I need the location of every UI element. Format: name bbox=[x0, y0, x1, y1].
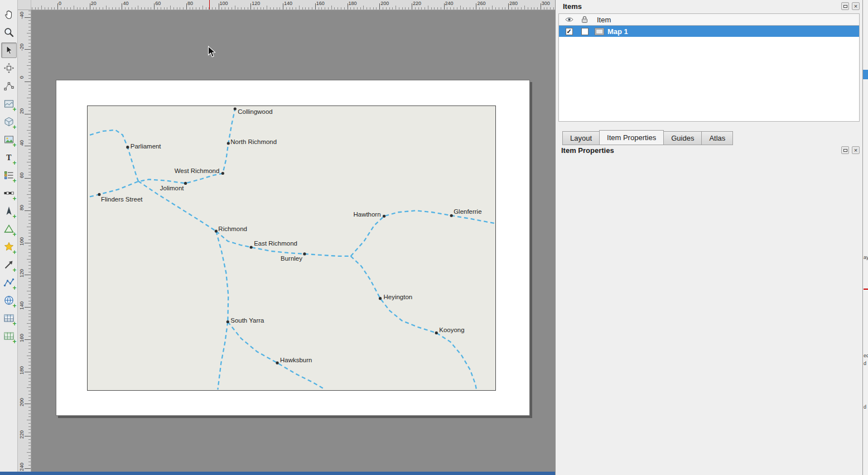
station-label-parliament: Parliament bbox=[131, 143, 162, 150]
add-fixed-table-tool[interactable]: + bbox=[1, 328, 17, 344]
station-dot-parliament bbox=[126, 146, 129, 148]
item-properties-float-button[interactable] bbox=[841, 146, 849, 154]
plus-badge-icon: + bbox=[12, 231, 16, 238]
tab-guides[interactable]: Guides bbox=[664, 131, 701, 145]
items-list-row-map1[interactable]: ✓ Map 1 bbox=[559, 26, 859, 37]
item-column-header: Item bbox=[597, 16, 611, 24]
lock-checkbox[interactable] bbox=[581, 28, 589, 35]
plus-badge-icon: + bbox=[12, 285, 16, 291]
ruler-number: 60 bbox=[19, 172, 25, 178]
station-label-east-richmond: East Richmond bbox=[254, 240, 297, 247]
clipped-selection-fragment bbox=[863, 70, 868, 79]
add-html-tool[interactable]: + bbox=[1, 292, 17, 308]
railway-map-svg: CollingwoodNorth RichmondParliamentWest … bbox=[88, 106, 495, 390]
plus-badge-icon: + bbox=[12, 177, 16, 184]
add-arrow-tool[interactable]: + bbox=[1, 257, 17, 272]
clipped-text-fragment: d bbox=[864, 361, 866, 366]
station-label-jolimont: Jolimont bbox=[160, 185, 184, 191]
clipped-text-fragment: ed bbox=[864, 353, 868, 358]
ruler-cursor-marker bbox=[209, 0, 210, 9]
add-node-item-tool[interactable]: + bbox=[1, 275, 17, 290]
station-dot-east-richmond bbox=[250, 246, 253, 248]
add-legend-tool[interactable]: + bbox=[1, 167, 17, 183]
add-north-arrow-tool[interactable]: + bbox=[1, 203, 17, 219]
station-label-burnley: Burnley bbox=[281, 255, 302, 262]
station-label-richmond: Richmond bbox=[218, 225, 247, 232]
plus-badge-icon: + bbox=[12, 249, 16, 256]
rail-line-2 bbox=[90, 130, 138, 181]
horizontal-ruler[interactable]: 0204060801001201401601802002202402602803… bbox=[31, 0, 555, 10]
items-panel-window-buttons: × bbox=[841, 2, 860, 10]
station-label-hawksburn: Hawksburn bbox=[280, 357, 312, 363]
clipped-right-panel: ayeddd bbox=[862, 0, 868, 475]
add-shape-tool[interactable]: + bbox=[1, 221, 17, 237]
tab-item-properties[interactable]: Item Properties bbox=[599, 130, 664, 145]
ruler-number: 0 bbox=[19, 76, 25, 79]
move-item-content-tool[interactable] bbox=[1, 60, 17, 76]
select-move-item-tool[interactable] bbox=[1, 42, 17, 58]
station-label-west-richmond: West Richmond bbox=[175, 167, 220, 174]
add-label-tool[interactable]: T+ bbox=[1, 150, 17, 165]
map-item[interactable]: CollingwoodNorth RichmondParliamentWest … bbox=[87, 105, 496, 391]
station-dot-richmond bbox=[215, 230, 218, 233]
ruler-number: 80 bbox=[19, 205, 25, 210]
tab-atlas[interactable]: Atlas bbox=[701, 131, 733, 145]
ruler-number: 240 bbox=[19, 463, 25, 471]
add-scalebar-tool[interactable]: + bbox=[1, 185, 17, 201]
right-dock: Items × Item bbox=[555, 0, 862, 475]
dock-tabbar: LayoutItem PropertiesGuidesAtlas bbox=[562, 130, 733, 145]
visibility-checkbox[interactable]: ✓ bbox=[566, 28, 573, 35]
ruler-number: 0 bbox=[59, 1, 61, 6]
ruler-number: 160 bbox=[19, 334, 25, 342]
ruler-number: 200 bbox=[19, 398, 25, 406]
layout-canvas[interactable]: CollingwoodNorth RichmondParliamentWest … bbox=[31, 10, 555, 472]
station-dot-kooyong bbox=[435, 332, 438, 334]
add-picture-tool[interactable]: + bbox=[1, 132, 17, 147]
visibility-cell: ✓ bbox=[561, 28, 577, 35]
station-dot-burnley bbox=[303, 252, 306, 255]
item-properties-close-button[interactable]: × bbox=[852, 146, 860, 154]
items-list[interactable]: ✓ Map 1 bbox=[558, 26, 860, 122]
ruler-number: 100 bbox=[19, 237, 25, 246]
rail-line-6 bbox=[351, 256, 476, 390]
add-attribute-table-tool[interactable]: + bbox=[1, 310, 17, 326]
clipped-red-mark bbox=[864, 289, 868, 290]
items-list-header: Item bbox=[558, 13, 860, 26]
station-dot-glenferrie bbox=[450, 214, 453, 217]
vertical-ruler[interactable]: -40-20020406080100120140160180200220240 bbox=[18, 10, 31, 472]
ruler-number: 180 bbox=[19, 366, 25, 375]
rail-line-1 bbox=[90, 109, 235, 196]
bottom-bar bbox=[0, 472, 555, 475]
items-panel-close-button[interactable]: × bbox=[852, 2, 860, 10]
ruler-number: 200 bbox=[380, 1, 389, 6]
ruler-number: 260 bbox=[477, 1, 485, 6]
add-marker-tool[interactable]: + bbox=[1, 239, 17, 255]
items-panel-float-button[interactable] bbox=[841, 2, 849, 10]
close-icon: × bbox=[854, 3, 857, 9]
ruler-number: 180 bbox=[349, 1, 357, 6]
pan-tool[interactable] bbox=[1, 7, 17, 22]
ruler-number: 40 bbox=[19, 140, 25, 146]
zoom-tool[interactable] bbox=[1, 25, 17, 40]
float-icon bbox=[843, 5, 847, 8]
station-label-collingwood: Collingwood bbox=[238, 108, 272, 115]
add-map-tool[interactable]: + bbox=[1, 96, 17, 112]
station-label-south-yarra: South Yarra bbox=[230, 317, 264, 324]
station-label-glenferrie: Glenferrie bbox=[454, 208, 481, 215]
add-3d-map-tool[interactable]: + bbox=[1, 114, 17, 129]
item-row-label: Map 1 bbox=[607, 27, 628, 36]
station-dot-collingwood bbox=[234, 107, 237, 110]
ruler-number: 240 bbox=[445, 1, 454, 6]
plus-badge-icon: + bbox=[12, 320, 16, 327]
station-label-hawthorn: Hawthorn bbox=[354, 211, 381, 218]
ruler-number: 100 bbox=[220, 1, 228, 6]
ruler-number: 140 bbox=[284, 1, 292, 6]
edit-nodes-item-tool[interactable] bbox=[1, 78, 17, 94]
tab-layout[interactable]: Layout bbox=[562, 131, 599, 145]
ruler-number: 140 bbox=[19, 301, 25, 310]
ruler-number: 80 bbox=[187, 1, 193, 6]
layout-page: CollingwoodNorth RichmondParliamentWest … bbox=[56, 80, 530, 416]
ruler-number: 60 bbox=[155, 1, 161, 6]
station-dot-south-yarra bbox=[226, 320, 229, 323]
rail-line-9 bbox=[228, 322, 324, 388]
